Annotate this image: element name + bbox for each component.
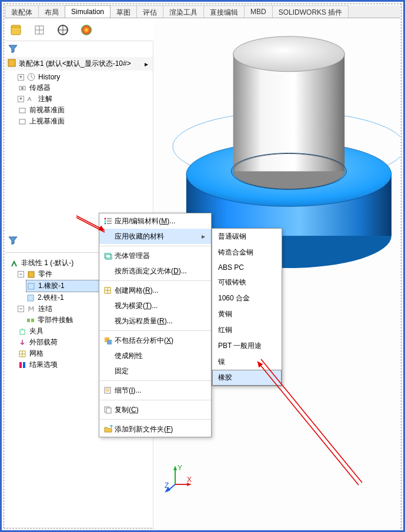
connections-label: 连结 [38,304,52,314]
svg-text:+: + [109,425,113,430]
axis-x-label: X [187,476,192,484]
tree-item-history[interactable]: + History [18,72,152,82]
apply-material-icon[interactable] [32,22,47,38]
menu-exclude[interactable]: 不包括在分析中(X) [99,333,211,348]
svg-rect-14 [31,319,34,322]
material-option[interactable]: 镍 [212,354,282,370]
material-option[interactable]: 铸造合金钢 [212,245,282,260]
assembly-icon [7,58,16,69]
details-label: 细节(I)... [115,386,141,394]
menu-treat-beam[interactable]: 视为横梁(T)... [99,298,211,313]
fixture-icon[interactable] [55,22,71,38]
svg-rect-41 [105,387,111,393]
svg-rect-13 [27,319,30,322]
material-option[interactable]: 可锻铸铁 [212,275,282,290]
create-mesh-label: 创建网格(R)... [115,286,159,295]
tab-mbd[interactable]: MBD [244,5,273,18]
blank-icon [102,266,115,276]
menu-separator [99,330,211,331]
menu-apply-favorite-material[interactable]: 应用收藏的材料 ▸ [99,229,211,244]
menu-define-shell[interactable]: 按所选面定义壳体(D)... [99,263,211,279]
material-option[interactable]: 黄铜 [212,306,282,322]
tab-sketch[interactable]: 草图 [110,5,137,18]
plane-icon [18,106,27,115]
svg-rect-11 [28,283,34,289]
tree-header: 装配体1 (默认<默认_显示状态-10#> ▸ [5,57,153,71]
blank-icon [102,366,115,376]
funnel-icon[interactable] [8,238,18,246]
blank-icon [102,316,115,326]
part-icon [26,293,35,303]
svg-rect-40 [107,340,112,344]
tab-simulation[interactable]: Simulation [65,5,111,18]
svg-rect-17 [23,362,25,368]
menu-shell-manager[interactable]: 壳体管理器 [99,248,211,263]
tab-evaluate[interactable]: 评估 [136,5,163,18]
axis-z-label: Z [165,481,169,490]
svg-rect-10 [28,272,34,277]
funnel-icon[interactable] [8,46,18,55]
menu-edit-material[interactable]: 应用/编辑材料(M)... [99,213,211,229]
expand-toggle[interactable]: − [18,306,24,312]
svg-point-35 [105,223,106,225]
expand-toggle[interactable]: + [18,74,24,81]
svg-rect-0 [11,25,21,35]
part-rubber-label: 1.橡胶-1 [38,281,65,291]
fixtures-label: 夹具 [29,326,43,336]
menu-details[interactable]: 细节(I)... [99,383,211,398]
contact-icon [26,316,35,325]
material-option[interactable]: 1060 合金 [212,290,282,306]
svg-rect-9 [19,119,25,124]
material-option[interactable]: ABS PC [212,260,282,275]
tab-render[interactable]: 渲染工具 [163,5,204,18]
mesh-icon [102,285,115,296]
study-icon [9,259,19,268]
loads-icon [18,338,27,347]
treat-beam-label: 视为横梁(T)... [115,302,158,310]
menu-separator [99,419,211,420]
results-label: 结果选项 [29,360,58,370]
plane-icon [18,117,27,126]
menu-separator [99,400,211,400]
tree-item-sensors[interactable]: 传感器 [18,82,152,93]
svg-rect-43 [106,408,111,413]
appearance-icon[interactable] [79,22,94,38]
material-option-rubber[interactable]: 橡胶 [212,370,282,386]
menu-treat-remote[interactable]: 视为远程质量(R)... [99,313,211,329]
menu-fix[interactable]: 固定 [99,363,211,379]
svg-rect-8 [19,108,25,113]
new-study-icon[interactable] [8,22,24,38]
svg-point-3 [81,25,92,35]
part-icon [26,282,36,291]
mesh-label: 网格 [29,349,43,359]
menu-create-mesh[interactable]: 创建网格(R)... [99,283,211,298]
tab-addins[interactable]: SOLIDWORKS 插件 [272,5,349,18]
tree-item-top-plane[interactable]: 上视基准面 [18,116,152,127]
expand-toggle[interactable]: − [18,271,24,277]
tree-item-annotations[interactable]: + 注解 [18,93,152,105]
tree-item-front-plane[interactable]: 前视基准面 [18,105,152,116]
tab-layout[interactable]: 布局 [38,5,65,18]
material-option[interactable]: PBT 一般用途 [212,338,282,354]
define-shell-label: 按所选面定义壳体(D)... [115,267,187,275]
material-option[interactable]: 红铜 [212,322,282,338]
tab-direct-edit[interactable]: 直接编辑 [203,5,245,18]
component-contact-label: 零部件接触 [38,315,73,325]
menu-separator [99,246,211,246]
expand-toggle[interactable]: + [18,96,24,102]
tree-collapse-caret[interactable]: ▸ [142,60,150,68]
tab-assembly[interactable]: 装配体 [5,5,39,18]
fix-label: 固定 [115,366,207,376]
menu-make-rigid[interactable]: 使成刚性 [99,348,211,363]
sensors-label: 传感器 [29,83,51,93]
blank-icon [102,350,115,361]
svg-point-24 [233,36,345,72]
menu-add-to-folder[interactable]: + 添加到新文件夹(F) [99,421,211,437]
menu-separator [99,380,211,381]
part-steel-label: 2.铁柱-1 [38,293,64,303]
top-plane-label: 上视基准面 [29,116,65,126]
treat-remote-label: 视为远程质量(R)... [115,317,173,325]
material-option[interactable]: 普通碳钢 [212,229,282,245]
materials-submenu: 普通碳钢 铸造合金钢 ABS PC 可锻铸铁 1060 合金 黄铜 红铜 PBT… [212,228,282,386]
menu-copy[interactable]: 复制(C) [99,402,211,417]
